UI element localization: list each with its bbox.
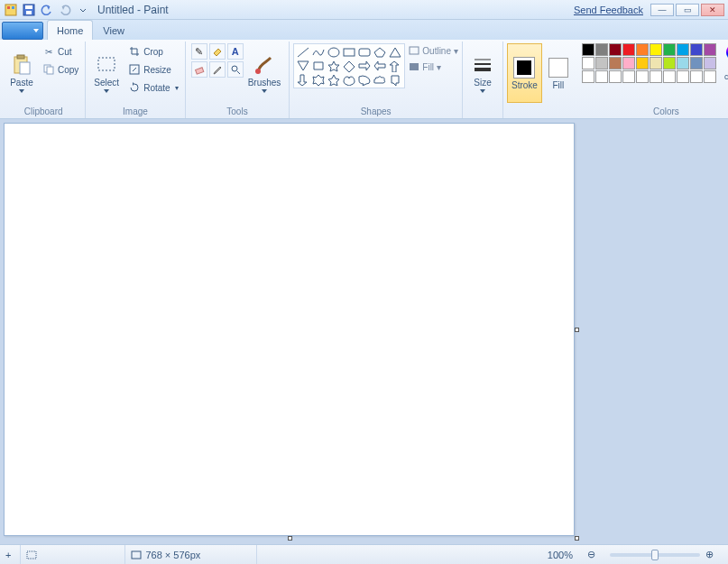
shape-item[interactable]: [327, 60, 341, 72]
svg-point-17: [328, 48, 339, 57]
shape-item[interactable]: [311, 60, 326, 72]
shape-item[interactable]: [373, 60, 387, 72]
tab-view[interactable]: View: [93, 20, 134, 40]
shape-outline-option[interactable]: Outline ▾: [409, 43, 458, 58]
color-swatch[interactable]: [690, 70, 703, 83]
color-swatch[interactable]: [636, 57, 649, 69]
copy-button[interactable]: Copy: [40, 61, 81, 78]
color-swatch[interactable]: [636, 43, 649, 56]
shape-item[interactable]: [373, 46, 387, 59]
shape-item[interactable]: [373, 73, 387, 86]
fill-tool[interactable]: [209, 43, 226, 60]
resize-handle-bottom[interactable]: [288, 536, 292, 541]
group-colors: Edit colors Colors: [578, 42, 728, 118]
canvas[interactable]: [4, 123, 575, 536]
shape-item[interactable]: [327, 73, 341, 86]
color-swatch[interactable]: [677, 43, 689, 56]
color-swatch[interactable]: [609, 70, 622, 83]
paste-button[interactable]: Paste: [5, 43, 38, 103]
zoom-out-button[interactable]: ⊖: [587, 545, 604, 564]
undo-icon[interactable]: [40, 3, 54, 17]
size-button[interactable]: Size: [466, 43, 499, 103]
shape-item[interactable]: [357, 60, 372, 72]
picker-tool[interactable]: [209, 61, 226, 78]
shape-item[interactable]: [296, 60, 310, 72]
shape-item[interactable]: [342, 46, 356, 59]
color-swatch[interactable]: [650, 43, 662, 56]
resize-handle-corner[interactable]: [575, 536, 579, 541]
cut-button[interactable]: ✂Cut: [40, 43, 81, 60]
shape-item[interactable]: [311, 73, 326, 86]
svg-point-14: [232, 66, 237, 71]
send-feedback-link[interactable]: Send Feedback: [574, 5, 643, 15]
color-swatch[interactable]: [663, 70, 676, 83]
color-swatch[interactable]: [704, 57, 716, 69]
maximize-button[interactable]: ▭: [676, 4, 699, 16]
stroke-color-button[interactable]: Stroke: [507, 43, 542, 103]
color-swatch[interactable]: [650, 70, 662, 83]
crosshair-icon: +: [5, 550, 11, 560]
color-swatch[interactable]: [663, 43, 676, 56]
shape-item[interactable]: [342, 73, 356, 86]
zoom-level: 100%: [548, 545, 582, 564]
close-button[interactable]: ✕: [701, 4, 724, 16]
color-swatch[interactable]: [622, 70, 635, 83]
resize-handle-right[interactable]: [575, 328, 579, 332]
save-icon[interactable]: [22, 3, 36, 17]
color-swatch[interactable]: [582, 43, 594, 56]
svg-rect-10: [47, 67, 53, 74]
color-swatch[interactable]: [582, 57, 594, 69]
cut-icon: ✂: [42, 45, 55, 58]
color-swatch[interactable]: [609, 57, 622, 69]
color-swatch[interactable]: [677, 70, 689, 83]
crop-button[interactable]: Crop: [125, 43, 180, 60]
rotate-button[interactable]: Rotate▾: [125, 79, 180, 96]
redo-icon[interactable]: [58, 3, 72, 17]
shape-item[interactable]: [388, 46, 402, 59]
svg-marker-25: [344, 61, 355, 72]
fill-color-button[interactable]: Fill: [542, 43, 575, 103]
shape-fill-option[interactable]: Fill ▾: [409, 60, 458, 74]
shape-item[interactable]: [357, 46, 372, 59]
color-swatch[interactable]: [704, 43, 716, 56]
color-swatch[interactable]: [663, 57, 676, 69]
color-swatch[interactable]: [636, 70, 649, 83]
minimize-button[interactable]: —: [650, 4, 674, 16]
shape-item[interactable]: [311, 46, 326, 59]
qat-dropdown-icon[interactable]: [76, 3, 90, 17]
color-swatch[interactable]: [690, 57, 703, 69]
edit-colors-button[interactable]: Edit colors: [720, 43, 728, 81]
color-swatch[interactable]: [595, 57, 608, 69]
color-swatch[interactable]: [595, 43, 608, 56]
work-area[interactable]: [0, 119, 728, 544]
eraser-tool[interactable]: [191, 61, 207, 78]
shapes-gallery[interactable]: [293, 43, 405, 88]
shape-item[interactable]: [357, 73, 372, 86]
shape-item[interactable]: [388, 60, 402, 72]
shape-item[interactable]: [296, 73, 310, 86]
color-swatch[interactable]: [622, 43, 635, 56]
brushes-button[interactable]: Brushes: [244, 43, 286, 103]
color-swatch[interactable]: [582, 70, 594, 83]
select-button[interactable]: Select: [89, 43, 124, 103]
tab-home[interactable]: Home: [47, 20, 93, 40]
zoom-in-button[interactable]: ⊕: [705, 545, 723, 564]
color-swatch[interactable]: [690, 43, 703, 56]
zoom-slider[interactable]: [610, 553, 700, 557]
zoom-tool[interactable]: [227, 61, 244, 78]
text-tool[interactable]: A: [227, 43, 244, 60]
shape-item[interactable]: [296, 46, 310, 59]
pencil-tool[interactable]: ✎: [191, 43, 207, 60]
color-swatch[interactable]: [704, 70, 716, 83]
color-swatch[interactable]: [622, 57, 635, 69]
color-swatch[interactable]: [677, 57, 689, 69]
app-menu-button[interactable]: [2, 22, 43, 40]
shape-item[interactable]: [342, 60, 356, 72]
resize-button[interactable]: Resize: [125, 61, 180, 78]
color-swatch[interactable]: [650, 57, 662, 69]
color-swatch[interactable]: [609, 43, 622, 56]
shape-item[interactable]: [388, 73, 402, 86]
canvas-size-icon: [131, 550, 142, 559]
color-swatch[interactable]: [595, 70, 608, 83]
shape-item[interactable]: [327, 46, 341, 59]
